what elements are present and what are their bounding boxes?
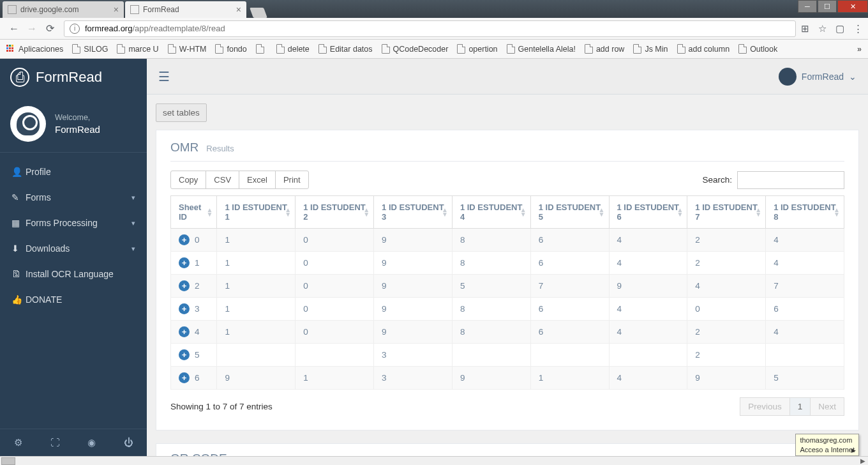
expand-row-button[interactable]: + <box>179 234 190 245</box>
site-info-icon[interactable]: i <box>70 24 80 34</box>
window-minimize-button[interactable]: ─ <box>798 0 817 13</box>
sidebar-item-install-ocr-language[interactable]: 🖻Install OCR Language <box>0 261 147 287</box>
page-icon <box>382 44 390 54</box>
expand-row-button[interactable]: + <box>179 303 190 314</box>
search-input[interactable] <box>737 171 844 189</box>
back-button[interactable]: ← <box>5 23 23 34</box>
cast-icon[interactable]: ▢ <box>835 23 844 34</box>
table-cell: 9 <box>452 367 530 390</box>
expand-row-button[interactable]: + <box>179 349 190 360</box>
avatar <box>779 68 797 86</box>
table-cell: 9 <box>374 229 453 252</box>
power-icon[interactable]: ⏻ <box>110 429 147 456</box>
expand-row-button[interactable]: + <box>179 280 190 291</box>
username-label: FormRead <box>55 124 100 135</box>
new-tab-button[interactable] <box>250 8 267 18</box>
address-bar[interactable]: i formread.org/app/readtemplate/8/read <box>64 20 796 37</box>
settings-icon[interactable]: ⚙ <box>0 429 37 456</box>
bookmark-item[interactable]: add column <box>677 44 730 54</box>
column-header[interactable]: Sheet ID▲▼ <box>171 196 217 229</box>
scroll-right-icon[interactable]: ▶ <box>858 457 868 464</box>
bookmark-item[interactable] <box>256 44 267 54</box>
bookmark-item[interactable]: SILOG <box>72 44 108 54</box>
table-cell: 6 <box>530 252 609 275</box>
page-icon <box>585 44 593 54</box>
scrollbar-thumb[interactable] <box>1 457 15 465</box>
window-close-button[interactable]: ✕ <box>837 0 868 13</box>
menu-icon: 👤 <box>11 167 26 177</box>
translate-icon[interactable]: ⊞ <box>801 23 809 34</box>
sidebar-item-forms-processing[interactable]: ▦Forms Processing▾ <box>0 210 147 236</box>
table-cell: 1 <box>217 275 296 298</box>
print-button[interactable]: Print <box>275 171 309 189</box>
menu-toggle-icon[interactable]: ☰ <box>158 69 170 84</box>
results-table: Sheet ID▲▼1 ID ESTUDENT 1▲▼1 ID ESTUDENT… <box>170 195 844 390</box>
chrome-menu-icon[interactable]: ⋮ <box>853 23 863 34</box>
main-content: ☰ FormRead ⌄ set tables OMR Results Copy… <box>147 59 868 456</box>
copy-button[interactable]: Copy <box>170 171 206 189</box>
column-header[interactable]: 1 ID ESTUDENT 8▲▼ <box>766 196 844 229</box>
bookmark-star-icon[interactable]: ☆ <box>818 23 827 34</box>
column-header[interactable]: 1 ID ESTUDENT 3▲▼ <box>374 196 453 229</box>
browser-tab-formread[interactable]: FormRead × <box>125 1 246 18</box>
column-header[interactable]: 1 ID ESTUDENT 4▲▼ <box>452 196 530 229</box>
table-cell: 9 <box>609 275 687 298</box>
horizontal-scrollbar[interactable]: ▶ <box>0 456 868 465</box>
previous-button[interactable]: Previous <box>740 397 790 416</box>
bookmark-item[interactable]: marce U <box>117 44 158 54</box>
bookmark-item[interactable]: Gentelella Alela! <box>507 44 576 54</box>
bookmark-item[interactable]: opertion <box>457 44 497 54</box>
bookmark-item[interactable]: QCodeDecoder <box>382 44 449 54</box>
column-header[interactable]: 1 ID ESTUDENT 2▲▼ <box>296 196 374 229</box>
eye-icon[interactable]: ◉ <box>73 429 110 456</box>
table-cell: 5 <box>766 367 844 390</box>
export-button-group: CopyCSVExcelPrint <box>170 171 309 189</box>
brand-logo[interactable]: ⎙ FormRead <box>0 59 147 96</box>
table-row: +310986406 <box>171 298 844 321</box>
table-cell <box>766 344 844 367</box>
user-menu[interactable]: FormRead ⌄ <box>779 68 857 86</box>
browser-tab-drive[interactable]: drive.google.com × <box>3 1 124 18</box>
table-cell: 3 <box>374 344 453 367</box>
column-header[interactable]: 1 ID ESTUDENT 7▲▼ <box>687 196 766 229</box>
fullscreen-icon[interactable]: ⛶ <box>37 429 74 456</box>
sidebar-item-forms[interactable]: ✎Forms▾ <box>0 185 147 210</box>
column-header[interactable]: 1 ID ESTUDENT 5▲▼ <box>530 196 609 229</box>
next-button[interactable]: Next <box>810 397 844 416</box>
table-cell: 8 <box>452 321 530 344</box>
tab-title: FormRead <box>143 5 232 14</box>
user-name-label: FormRead <box>802 72 844 82</box>
column-header[interactable]: 1 ID ESTUDENT 6▲▼ <box>609 196 687 229</box>
bookmark-item[interactable]: delete <box>276 44 310 54</box>
csv-button[interactable]: CSV <box>206 171 239 189</box>
table-cell: 9 <box>374 252 453 275</box>
window-maximize-button[interactable]: ☐ <box>818 0 837 13</box>
expand-row-button[interactable]: + <box>179 326 190 337</box>
close-icon[interactable]: × <box>236 4 241 15</box>
apps-shortcut[interactable]: Aplicaciones <box>6 45 63 54</box>
bookmark-item[interactable]: W-HTM <box>168 44 207 54</box>
reload-button[interactable]: ⟳ <box>41 22 59 34</box>
bookmark-label: SILOG <box>84 45 108 54</box>
bookmark-item[interactable]: add row <box>585 44 624 54</box>
table-cell: 6 <box>530 229 609 252</box>
bookmark-item[interactable]: fondo <box>215 44 246 54</box>
expand-row-button[interactable]: + <box>179 372 190 383</box>
close-icon[interactable]: × <box>114 4 119 15</box>
table-cell: +4 <box>171 321 217 344</box>
bookmark-item[interactable]: Editar datos <box>318 44 373 54</box>
sidebar-item-profile[interactable]: 👤Profile <box>0 159 147 185</box>
page-button[interactable]: 1 <box>789 397 811 416</box>
expand-row-button[interactable]: + <box>179 257 190 268</box>
forward-button[interactable]: → <box>23 23 41 34</box>
sidebar-item-donate[interactable]: 👍DONATE <box>0 287 147 312</box>
table-cell: 1 <box>217 252 296 275</box>
excel-button[interactable]: Excel <box>239 171 276 189</box>
bookmark-item[interactable]: Js Min <box>633 44 668 54</box>
sidebar-item-downloads[interactable]: ⬇Downloads▾ <box>0 236 147 261</box>
bookmarks-overflow-button[interactable]: » <box>857 45 862 54</box>
sort-icon: ▲▼ <box>599 208 605 217</box>
bookmark-item[interactable]: Outlook <box>738 44 777 54</box>
column-header[interactable]: 1 ID ESTUDENT 1▲▼ <box>217 196 296 229</box>
set-tables-button[interactable]: set tables <box>156 103 207 122</box>
